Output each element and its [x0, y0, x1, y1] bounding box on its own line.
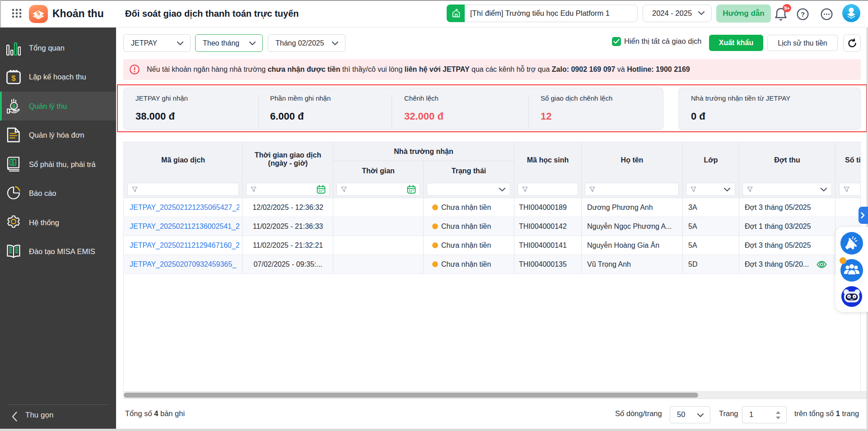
svg-text:?: ?	[801, 10, 805, 18]
svg-text:$: $	[11, 159, 14, 166]
svg-text:$: $	[12, 103, 16, 110]
svg-text:$: $	[11, 74, 16, 83]
